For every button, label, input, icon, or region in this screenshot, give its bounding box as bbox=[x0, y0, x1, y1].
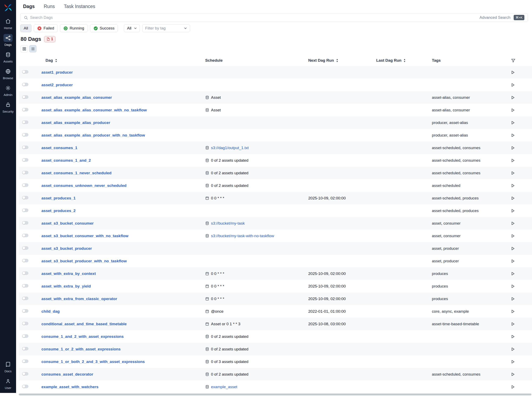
trigger-dag-button[interactable] bbox=[511, 234, 515, 238]
dag-link[interactable]: consume_1_or_both_2_and_3_with_asset_exp… bbox=[41, 360, 145, 364]
tag-filter-select[interactable]: Filter by tag bbox=[142, 24, 190, 32]
dag-link[interactable]: asset_s3_bucket_consumer bbox=[41, 221, 94, 225]
dag-pause-toggle[interactable] bbox=[22, 246, 28, 250]
search-input[interactable] bbox=[30, 15, 480, 20]
airflow-logo[interactable] bbox=[4, 3, 12, 12]
dag-pause-toggle[interactable] bbox=[22, 158, 28, 162]
dag-pause-toggle[interactable] bbox=[22, 183, 28, 187]
dag-link[interactable]: asset_produces_2 bbox=[41, 209, 76, 213]
trigger-dag-button[interactable] bbox=[511, 120, 515, 125]
import-errors-badge[interactable]: 1 bbox=[44, 36, 55, 42]
dag-pause-toggle[interactable] bbox=[22, 259, 28, 262]
dag-pause-toggle[interactable] bbox=[22, 70, 28, 74]
dag-link[interactable]: asset_alias_example_alias_consumer_with_… bbox=[41, 108, 147, 112]
dag-pause-toggle[interactable] bbox=[22, 309, 28, 313]
dag-pause-toggle[interactable] bbox=[22, 234, 28, 237]
dag-pause-toggle[interactable] bbox=[22, 209, 28, 212]
trigger-dag-button[interactable] bbox=[511, 347, 515, 351]
filter-columns-icon[interactable] bbox=[511, 58, 515, 63]
dag-pause-toggle[interactable] bbox=[22, 322, 28, 325]
trigger-dag-button[interactable] bbox=[511, 372, 515, 377]
trigger-dag-button[interactable] bbox=[511, 309, 515, 314]
dag-pause-toggle[interactable] bbox=[22, 271, 28, 275]
sidebar-item-user[interactable]: User bbox=[0, 377, 16, 394]
dag-link[interactable]: asset_s3_bucket_producer bbox=[41, 246, 92, 250]
tab-runs[interactable]: Runs bbox=[44, 4, 55, 9]
asset-link[interactable]: s3://dag1/output_1.txt bbox=[211, 146, 249, 150]
dag-link[interactable]: asset_consumes_1_never_scheduled bbox=[41, 171, 112, 175]
dag-pause-toggle[interactable] bbox=[22, 284, 28, 287]
dag-link[interactable]: consume_1_or_2_with_asset_expressions bbox=[41, 347, 120, 351]
trigger-dag-button[interactable] bbox=[511, 196, 515, 200]
dag-link[interactable]: consumes_asset_decorator bbox=[41, 372, 93, 376]
trigger-dag-button[interactable] bbox=[511, 322, 515, 326]
trigger-dag-button[interactable] bbox=[511, 133, 515, 138]
trigger-dag-button[interactable] bbox=[511, 246, 515, 251]
asset-link[interactable]: s3://bucket/my-task-with-no-taskflow bbox=[211, 234, 274, 238]
dag-link[interactable]: asset_with_extra_by_yield bbox=[41, 284, 91, 288]
sort-icon[interactable] bbox=[336, 58, 339, 63]
trigger-dag-button[interactable] bbox=[511, 334, 515, 339]
dag-link[interactable]: asset_alias_example_alias_producer bbox=[41, 120, 110, 125]
trigger-dag-button[interactable] bbox=[511, 297, 515, 301]
asset-link[interactable]: example_asset bbox=[211, 385, 237, 389]
trigger-dag-button[interactable] bbox=[511, 209, 515, 213]
dag-pause-toggle[interactable] bbox=[22, 334, 28, 338]
sidebar-item-admin[interactable]: Admin bbox=[0, 84, 16, 101]
state-filter-running[interactable]: Running bbox=[60, 24, 88, 32]
dag-link[interactable]: conditional_asset_and_time_based_timetab… bbox=[41, 322, 127, 326]
card-view-button[interactable] bbox=[21, 45, 28, 52]
dag-link[interactable]: consume_1_and_2_with_asset_expressions bbox=[41, 334, 124, 339]
advanced-search-link[interactable]: Advanced Search bbox=[480, 15, 510, 20]
dag-pause-toggle[interactable] bbox=[22, 297, 28, 300]
trigger-dag-button[interactable] bbox=[511, 360, 515, 364]
table-view-button[interactable] bbox=[29, 45, 36, 52]
dag-link[interactable]: asset_s3_bucket_consumer_with_no_taskflo… bbox=[41, 234, 128, 238]
tab-task-instances[interactable]: Task Instances bbox=[64, 4, 95, 9]
trigger-dag-button[interactable] bbox=[511, 146, 515, 150]
state-filter-success[interactable]: Success bbox=[90, 24, 118, 32]
sidebar-item-docs[interactable]: Docs bbox=[0, 361, 16, 377]
dag-pause-toggle[interactable] bbox=[22, 120, 28, 124]
sidebar-item-home[interactable]: Home bbox=[0, 17, 16, 34]
dag-pause-toggle[interactable] bbox=[22, 95, 28, 99]
dag-pause-toggle[interactable] bbox=[22, 347, 28, 350]
sidebar-item-assets[interactable]: Assets bbox=[0, 51, 16, 67]
dag-link[interactable]: asset_produces_1 bbox=[41, 196, 76, 200]
dag-link[interactable]: asset_consumes_1 bbox=[41, 146, 77, 150]
tab-dags[interactable]: Dags bbox=[23, 4, 35, 9]
sidebar-item-browse[interactable]: Browse bbox=[0, 67, 16, 84]
trigger-dag-button[interactable] bbox=[511, 271, 515, 276]
trigger-dag-button[interactable] bbox=[511, 284, 515, 289]
paused-filter-select[interactable]: All bbox=[124, 24, 140, 32]
asset-link[interactable]: s3://bucket/my-task bbox=[211, 221, 245, 226]
trigger-dag-button[interactable] bbox=[511, 70, 515, 75]
trigger-dag-button[interactable] bbox=[511, 108, 515, 112]
dag-link[interactable]: example_asset_with_watchers bbox=[41, 385, 98, 389]
dag-link[interactable]: asset_alias_example_alias_consumer bbox=[41, 95, 112, 100]
trigger-dag-button[interactable] bbox=[511, 171, 515, 175]
sidebar-item-dags[interactable]: Dags bbox=[0, 34, 16, 51]
dag-pause-toggle[interactable] bbox=[22, 372, 28, 376]
dag-pause-toggle[interactable] bbox=[22, 221, 28, 225]
trigger-dag-button[interactable] bbox=[511, 259, 515, 263]
trigger-dag-button[interactable] bbox=[511, 183, 515, 188]
dag-pause-toggle[interactable] bbox=[22, 171, 28, 174]
dag-link[interactable]: asset_consumes_unknown_never_scheduled bbox=[41, 183, 126, 188]
trigger-dag-button[interactable] bbox=[511, 158, 515, 163]
dag-pause-toggle[interactable] bbox=[22, 83, 28, 86]
trigger-dag-button[interactable] bbox=[511, 95, 515, 100]
dag-link[interactable]: asset2_producer bbox=[41, 83, 73, 87]
dag-link[interactable]: asset_with_extra_by_context bbox=[41, 271, 96, 276]
state-filter-all[interactable]: All bbox=[20, 24, 32, 32]
horizontal-scrollbar[interactable] bbox=[19, 394, 531, 395]
dag-pause-toggle[interactable] bbox=[22, 360, 28, 363]
state-filter-failed[interactable]: Failed bbox=[34, 24, 58, 32]
dag-pause-toggle[interactable] bbox=[22, 108, 28, 111]
dag-link[interactable]: asset_alias_example_alias_producer_with_… bbox=[41, 133, 145, 137]
sort-icon[interactable] bbox=[55, 58, 58, 63]
trigger-dag-button[interactable] bbox=[511, 385, 515, 389]
sort-icon[interactable] bbox=[403, 58, 406, 63]
trigger-dag-button[interactable] bbox=[511, 83, 515, 87]
dag-pause-toggle[interactable] bbox=[22, 385, 28, 388]
